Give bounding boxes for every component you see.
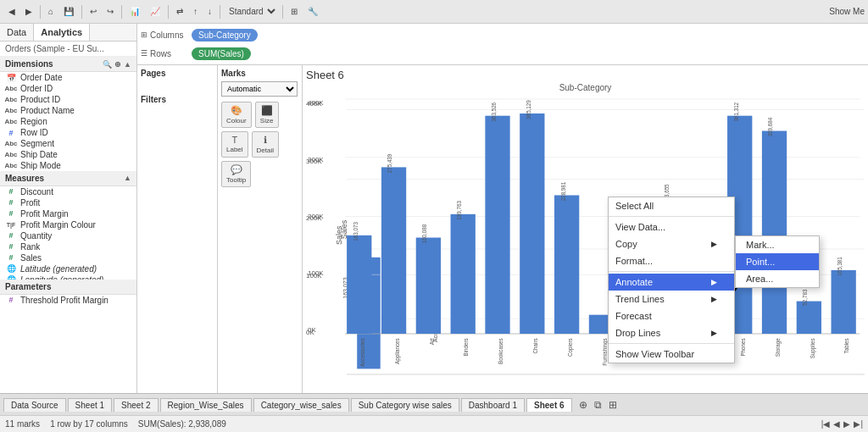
tooltip-icon: 💬 [231, 164, 242, 175]
marks-colour-btn[interactable]: 🎨 Colour [221, 102, 252, 128]
sheet-sorter-icon[interactable]: ⊞ [607, 399, 619, 411]
field-segment[interactable]: Abc Segment [0, 138, 136, 149]
bar-storage[interactable] [762, 131, 787, 334]
ctx-trend-lines[interactable]: Trend Lines ▶ [609, 291, 734, 307]
tab-category-wise-sales[interactable]: Category_wise_sales [253, 398, 349, 412]
abc-icon-1: Abc [5, 85, 17, 93]
rows-label: ☰ Rows [141, 49, 192, 58]
rows-pill[interactable]: SUM(Sales) [192, 47, 251, 60]
tab-sheet6[interactable]: Sheet 6 [526, 398, 572, 412]
field-rank[interactable]: # Rank [0, 241, 136, 252]
show-me-button[interactable]: Show Me [829, 7, 865, 16]
dimensions-label: Dimensions [5, 59, 53, 69]
bar-copiers[interactable] [554, 195, 579, 334]
svg-text:52,783: 52,783 [802, 289, 809, 305]
toolbar-save[interactable]: 💾 [59, 4, 78, 19]
sub-ctx-area[interactable]: Area... [736, 270, 819, 287]
duplicate-sheet-icon[interactable]: ⧉ [593, 399, 604, 411]
field-product-name[interactable]: Abc Product Name [0, 105, 136, 116]
status-marks: 11 marks [5, 419, 40, 429]
ctx-forecast[interactable]: Forecast [609, 307, 734, 324]
field-latitude[interactable]: 🌐 Latitude (generated) [0, 263, 136, 274]
toolbar-undo[interactable]: ↩ [86, 4, 101, 19]
add-sheet-icon[interactable]: ⊕ [577, 399, 589, 411]
ctx-select-all[interactable]: Select All [609, 197, 734, 214]
toolbar-redo[interactable]: ↪ [103, 4, 118, 19]
tab-dashboard1[interactable]: Dashboard 1 [461, 398, 525, 412]
bar-chairs[interactable] [520, 114, 544, 334]
field-row-id[interactable]: # Row ID [0, 127, 136, 138]
toolbar-sep-1 [40, 5, 41, 19]
bar-supplies[interactable] [797, 302, 821, 334]
field-product-id[interactable]: Abc Product ID [0, 94, 136, 105]
toolbar-home[interactable]: ⌂ [44, 4, 58, 19]
tab-sheet2[interactable]: Sheet 2 [114, 398, 158, 412]
bar-binders[interactable] [451, 214, 476, 334]
toolbar-fix[interactable]: 🔧 [303, 4, 322, 19]
field-sales[interactable]: # Sales [0, 252, 136, 263]
dimensions-scroll-up[interactable]: ▲ [124, 60, 131, 69]
status-sum: SUM(Sales): 2,938,089 [138, 419, 226, 429]
field-threshold[interactable]: # Threshold Profit Margin [0, 295, 136, 306]
dimensions-search-icon[interactable]: 🔍 [103, 60, 112, 69]
status-nav-prev[interactable]: ◀ [833, 419, 840, 429]
field-order-date[interactable]: 📅 Order Date [0, 72, 136, 83]
status-nav-first[interactable]: |◀ [821, 419, 831, 429]
status-nav-next[interactable]: ▶ [843, 419, 850, 429]
svg-text:Art: Art [428, 338, 435, 345]
ctx-copy[interactable]: Copy ▶ [609, 235, 734, 252]
tab-data-source[interactable]: Data Source [3, 398, 66, 412]
field-profit-margin[interactable]: # Profit Margin [0, 208, 136, 219]
columns-pill[interactable]: Sub-Category [192, 29, 258, 42]
marks-label-btn[interactable]: T Label [221, 131, 248, 158]
ctx-annotate-arrow: ▶ [711, 278, 717, 286]
marks-type-dropdown[interactable]: Automatic [221, 81, 298, 97]
toolbar-sort-asc[interactable]: ↑ [189, 4, 202, 19]
tab-analytics[interactable]: Analytics [34, 24, 90, 41]
field-profit-margin-colour[interactable]: T|F Profit Margin Colour [0, 219, 136, 230]
tab-data[interactable]: Data [0, 24, 34, 41]
status-nav-last[interactable]: ▶| [854, 419, 863, 429]
field-quantity[interactable]: # Quantity [0, 230, 136, 241]
tab-sheet1[interactable]: Sheet 1 [68, 398, 112, 412]
toolbar-back[interactable]: ◀ [4, 4, 19, 19]
ctx-view-data[interactable]: View Data... [609, 219, 734, 235]
y-label-400k: 400K [308, 99, 333, 107]
toolbar-sort-desc[interactable]: ↓ [203, 4, 216, 19]
y-label-0k: 0K [308, 326, 333, 334]
bar-appliances[interactable] [381, 167, 406, 334]
standard-dropdown[interactable]: Standard [224, 4, 279, 19]
sub-ctx-mark[interactable]: Mark... [736, 236, 819, 253]
field-ship-mode[interactable]: Abc Ship Mode [0, 160, 136, 171]
field-profit[interactable]: # Profit [0, 197, 136, 208]
marks-buttons: 🎨 Colour ⬛ Size T Label ℹ [221, 102, 298, 187]
marks-tooltip-btn[interactable]: 💬 Tooltip [221, 161, 251, 187]
marks-detail-btn[interactable]: ℹ Detail [252, 131, 279, 158]
marks-size-btn[interactable]: ⬛ Size [255, 102, 279, 128]
tab-sub-category-wise-sales[interactable]: Sub Category wise sales [351, 398, 459, 412]
toolbar-swap[interactable]: ⇄ [172, 4, 187, 19]
toolbar-bar-chart[interactable]: 📊 [125, 4, 144, 19]
y-axis-labels: 400K 300K 200K 100K 0K [308, 99, 333, 334]
tab-region-wise-sales[interactable]: Region_Wise_Sales [160, 398, 252, 412]
sub-ctx-point[interactable]: Point... [736, 253, 819, 270]
toolbar-line-chart[interactable]: 📈 [146, 4, 164, 19]
toolbar-fit[interactable]: ⊞ [287, 4, 302, 19]
ctx-format[interactable]: Format... [609, 252, 734, 269]
dimensions-add-icon[interactable]: ⊕ [114, 60, 121, 69]
field-discount[interactable]: # Discount [0, 186, 136, 197]
bar-art[interactable] [416, 238, 441, 334]
measures-scroll-up[interactable]: ▲ [124, 174, 131, 182]
bar-tables[interactable] [832, 270, 856, 334]
toolbar-forward[interactable]: ▶ [21, 4, 36, 19]
bar-bookcases[interactable] [485, 116, 509, 334]
ctx-drop-lines[interactable]: Drop Lines ▶ [609, 324, 734, 341]
y-label-100k: 100K [308, 269, 333, 277]
svg-text:Supplies: Supplies [809, 338, 816, 358]
ctx-show-toolbar[interactable]: Show View Toolbar [609, 346, 734, 363]
field-region[interactable]: Abc Region [0, 116, 136, 127]
ctx-annotate[interactable]: Annotate ▶ [609, 274, 734, 291]
field-order-id[interactable]: Abc Order ID [0, 83, 136, 94]
bar-accessories[interactable] [347, 235, 371, 334]
field-ship-date[interactable]: Abc Ship Date [0, 149, 136, 160]
